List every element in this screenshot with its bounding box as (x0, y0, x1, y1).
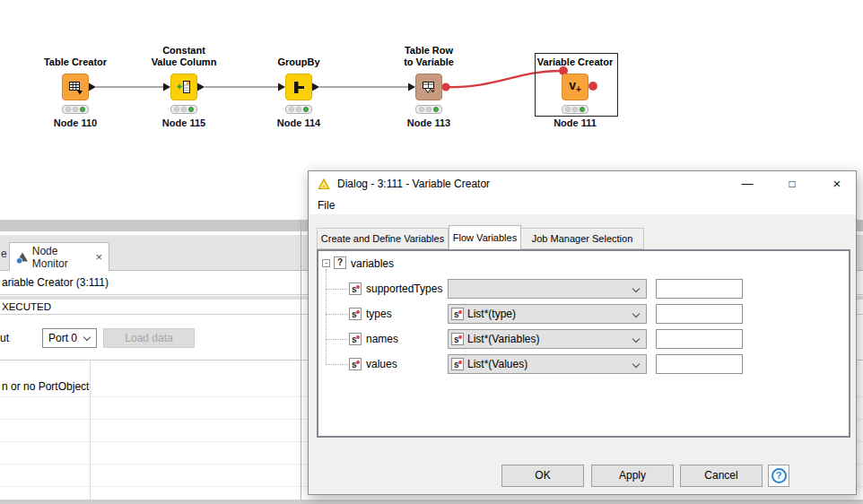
string-flow-variable-icon: s (451, 308, 464, 320)
node-constant-value-column[interactable] (170, 74, 197, 100)
variable-creator-dialog: Dialog - 3:111 - Variable Creator — □ × … (308, 170, 857, 495)
input-port-icon[interactable] (408, 83, 415, 91)
chevron-down-icon (632, 285, 640, 292)
groupby-icon (291, 79, 307, 95)
status-led-green (433, 107, 439, 112)
row-label: types (366, 308, 392, 320)
string-flow-variable-icon: s (451, 358, 464, 370)
output-port-icon[interactable] (312, 83, 319, 91)
tree-connector (326, 289, 348, 290)
apply-button[interactable]: Apply (591, 465, 674, 487)
table-row-to-variable-icon (421, 79, 437, 95)
types-field[interactable] (656, 304, 743, 324)
table-creator-icon (67, 79, 83, 95)
input-port-icon[interactable] (278, 83, 285, 91)
node-id-label: Node 111 (521, 117, 629, 128)
node-id-label: Node 110 (22, 117, 129, 128)
node-title: Table Creator (13, 39, 138, 68)
help-icon: ? (771, 468, 787, 483)
partial-tab[interactable]: e (1, 248, 7, 260)
combo-value: List*(Values) (467, 355, 527, 373)
node-table-creator[interactable] (62, 74, 89, 100)
input-port-icon[interactable] (163, 83, 170, 91)
node-variable-creator[interactable]: v+ (562, 74, 588, 100)
tab-node-monitor[interactable]: Node Monitor × (9, 242, 109, 271)
tab-flow-variables[interactable]: Flow Variables (449, 225, 521, 249)
close-icon[interactable]: × (95, 250, 102, 264)
combo-value: List*(Variables) (467, 330, 539, 348)
tab-job-manager-selection[interactable]: Job Manager Selection (521, 228, 644, 249)
names-combo[interactable]: s List*(Variables) (448, 329, 647, 349)
tree-connector (326, 339, 348, 340)
node-title: ConstantValue Column (121, 39, 247, 68)
table-column-divider (90, 360, 91, 500)
node-groupby[interactable] (285, 74, 312, 100)
flow-variable-output-port-icon[interactable] (442, 83, 450, 91)
menu-file[interactable]: File (318, 196, 335, 214)
types-combo[interactable]: s List*(type) (448, 304, 647, 324)
constant-value-column-icon (176, 79, 192, 95)
output-label: ut (0, 332, 9, 344)
close-button[interactable]: × (827, 171, 847, 196)
node-status (170, 105, 197, 114)
dialog-titlebar[interactable]: Dialog - 3:111 - Variable Creator — □ × … (309, 171, 856, 214)
node-status (285, 105, 312, 114)
tree-collapse-icon[interactable]: - (322, 259, 330, 267)
status-led (419, 107, 424, 112)
string-flow-variable-icon: s (349, 358, 362, 370)
load-data-button[interactable]: Load data (103, 328, 195, 348)
port-select[interactable]: Port 0 (42, 328, 97, 348)
cancel-button[interactable]: Cancel (680, 465, 763, 487)
knime-warning-triangle-icon (318, 178, 330, 190)
string-flow-variable-icon: s (349, 282, 362, 295)
minimize-button[interactable]: — (737, 171, 757, 196)
node-title: Table Rowto Variable (366, 39, 492, 68)
node-table-row-to-variable[interactable] (415, 74, 442, 100)
status-led-green (80, 107, 85, 112)
status-led-green (303, 107, 309, 112)
values-field[interactable] (656, 354, 743, 374)
port-object-message: n or no PortObject (2, 380, 89, 393)
names-field[interactable] (656, 329, 743, 349)
status-led (181, 107, 187, 112)
string-flow-variable-icon: s (349, 333, 362, 345)
tree-root-variables[interactable]: variables (351, 257, 394, 270)
node-id-label: Node 115 (130, 117, 238, 128)
help-button[interactable]: ? (768, 465, 789, 487)
unknown-type-icon: ? (334, 256, 346, 269)
node-title: Variable Creator (512, 39, 638, 68)
status-led (65, 107, 71, 112)
chevron-down-icon (632, 310, 640, 317)
node-id-label: Node 113 (375, 117, 483, 128)
status-led-green (580, 107, 585, 112)
node-state-label: XECUTED (2, 301, 51, 312)
dialog-title: Dialog - 3:111 - Variable Creator (337, 171, 490, 196)
maximize-button[interactable]: □ (782, 171, 802, 196)
supported-types-combo[interactable] (448, 279, 647, 299)
tree-connector (326, 364, 348, 365)
status-led (426, 107, 432, 112)
port-select-value: Port 0 (48, 332, 77, 344)
monitored-node-label: ariable Creator (3:111) (2, 276, 109, 289)
tree-connector (326, 314, 348, 315)
output-port-icon[interactable] (197, 83, 205, 91)
flow-variables-panel: - ? variables s supportedTypes s types s… (317, 249, 850, 438)
values-combo[interactable]: s List*(Values) (448, 354, 647, 374)
combo-value: List*(type) (467, 305, 516, 323)
knime-node-monitor-icon (16, 251, 28, 264)
node-title: GroupBy (236, 39, 362, 68)
chevron-down-icon (632, 361, 640, 368)
output-port-icon[interactable] (89, 83, 96, 91)
supported-types-field[interactable] (656, 279, 743, 299)
dialog-tab-bar: Create and Define Variables Flow Variabl… (317, 225, 644, 249)
panel-bottom-bar[interactable] (0, 500, 863, 504)
tab-create-and-define-variables[interactable]: Create and Define Variables (317, 228, 449, 249)
ok-button[interactable]: OK (501, 465, 584, 487)
status-led (289, 107, 294, 112)
string-flow-variable-icon: s (451, 333, 464, 345)
chevron-down-icon (83, 334, 91, 341)
knime-window: Table Creator ConstantValue Column Group… (0, 0, 863, 504)
status-led-green (188, 107, 194, 112)
chevron-down-icon (632, 335, 640, 343)
status-led (572, 107, 578, 112)
